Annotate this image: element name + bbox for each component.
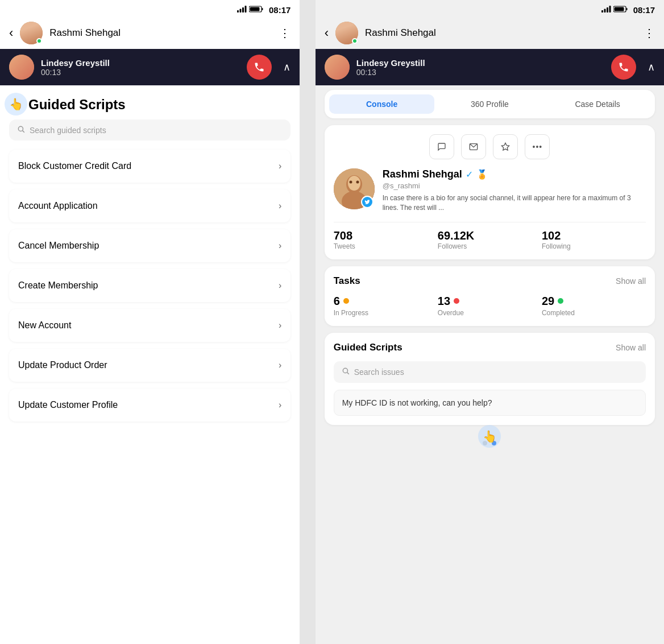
profile-action-icons: •••	[334, 134, 646, 159]
right-battery-icon	[613, 5, 628, 15]
tasks-card: Tasks Show all 6 In Progress 13 Overd	[325, 266, 655, 326]
left-caller-avatar	[9, 55, 34, 80]
tab-console[interactable]: Console	[329, 94, 435, 114]
tab-360-profile[interactable]: 360 Profile	[437, 94, 542, 114]
profile-name-row: Rashmi Shehgal ✓ 🏅	[383, 168, 646, 180]
left-script-list: Block Customer Credit Card › Account App…	[0, 150, 300, 422]
task-completed-row: 29	[542, 295, 646, 308]
left-caller-info: Lindesy Greystill 00:13	[41, 58, 240, 77]
script-item-create-membership[interactable]: Create Membership ›	[9, 269, 290, 302]
left-status-bar: 08:17	[0, 0, 300, 17]
followers-label: Followers	[438, 242, 542, 250]
script-item-label: Create Membership	[18, 280, 98, 291]
svg-line-8	[23, 131, 24, 133]
svg-rect-11	[607, 7, 608, 13]
tasks-show-all[interactable]: Show all	[616, 276, 646, 286]
tasks-row: 6 In Progress 13 Overdue 29	[334, 295, 646, 317]
right-scripts-search[interactable]: Search issues	[334, 361, 646, 383]
script-item-new-account[interactable]: New Account ›	[9, 309, 290, 342]
right-time: 08:17	[633, 5, 655, 15]
following-label: Following	[542, 242, 646, 250]
svg-rect-5	[262, 8, 263, 10]
right-call-timer: 00:13	[356, 68, 604, 77]
script-item-update-product-order[interactable]: Update Product Order ›	[9, 349, 290, 382]
right-caller-info: Lindesy Greystill 00:13	[356, 58, 604, 77]
script-item-account-application[interactable]: Account Application ›	[9, 189, 290, 222]
overdue-label: Overdue	[438, 309, 542, 317]
script-item-label: Cancel Membership	[18, 241, 99, 251]
right-end-call-button[interactable]	[611, 55, 636, 80]
svg-line-24	[347, 372, 348, 374]
left-online-indicator	[36, 38, 42, 44]
twitter-badge	[361, 196, 374, 208]
left-page-title: Guided Scripts	[28, 97, 126, 113]
chevron-right-icon: ›	[279, 280, 281, 291]
svg-rect-10	[604, 9, 605, 13]
chevron-right-icon: ›	[279, 161, 281, 171]
trophy-badge: 🏅	[476, 169, 488, 180]
pin-action-button[interactable]	[493, 134, 518, 159]
left-contact-name: Rashmi Shehgal	[49, 27, 272, 39]
right-caller-name: Lindesy Greystill	[356, 58, 604, 68]
following-count: 102	[542, 229, 646, 242]
script-item-label: Account Application	[18, 201, 98, 211]
script-item-cancel-membership[interactable]: Cancel Membership ›	[9, 229, 290, 262]
stat-following: 102 Following	[542, 229, 646, 250]
guided-scripts-show-all[interactable]: Show all	[616, 343, 646, 352]
svg-rect-6	[250, 7, 259, 11]
chevron-right-icon: ›	[279, 320, 281, 331]
svg-rect-12	[609, 6, 611, 13]
script-suggestion[interactable]: My HDFC ID is not working, can you help?	[334, 390, 646, 416]
profile-info-row: Rashmi Shehgal ✓ 🏅 @s_rashmi In case the…	[334, 168, 646, 213]
task-overdue-row: 13	[438, 295, 542, 308]
tab-case-details[interactable]: Case Details	[545, 94, 650, 114]
right-search-placeholder: Search issues	[354, 368, 404, 377]
script-item-label: Update Customer Profile	[18, 400, 118, 410]
message-action-button[interactable]	[429, 134, 454, 159]
profile-avatar-wrap	[334, 168, 375, 209]
bottom-area: 👆	[316, 432, 664, 450]
more-action-button[interactable]: •••	[525, 134, 550, 159]
stat-followers: 69.12K Followers	[438, 229, 542, 250]
stat-tweets: 708 Tweets	[334, 229, 438, 250]
right-more-button[interactable]: ⋮	[644, 26, 655, 40]
right-contact-avatar	[335, 22, 358, 44]
tabs-container: Console 360 Profile Case Details	[325, 90, 655, 118]
left-phone-screen: 08:17 ‹ Rashmi Shehgal ⋮ Lindesy Greysti…	[0, 0, 300, 644]
script-item-update-customer-profile[interactable]: Update Customer Profile ›	[9, 389, 290, 422]
left-back-button[interactable]: ‹	[9, 26, 13, 40]
left-call-banner: Lindesy Greystill 00:13 ∧	[0, 49, 300, 85]
left-page-back-button[interactable]: ←	[9, 97, 22, 112]
svg-rect-14	[626, 8, 627, 10]
tweets-label: Tweets	[334, 242, 438, 250]
right-phone-screen: 08:17 ‹ Rashmi Shehgal ⋮ Lindesy Greysti…	[316, 0, 664, 644]
svg-point-22	[356, 181, 359, 184]
task-in-progress: 6 In Progress	[334, 295, 438, 317]
left-more-button[interactable]: ⋮	[279, 26, 290, 40]
right-contact-name: Rashmi Shehgal	[365, 27, 637, 39]
right-cursor-hand: 👆	[478, 425, 501, 448]
task-overdue: 13 Overdue	[438, 295, 542, 317]
right-online-indicator	[352, 38, 358, 44]
profile-handle: @s_rashmi	[383, 181, 646, 190]
email-action-button[interactable]	[461, 134, 486, 159]
left-expand-button[interactable]: ∧	[283, 61, 290, 73]
script-item-label: New Account	[18, 320, 71, 331]
right-status-icons: 08:17	[601, 5, 655, 15]
right-top-nav: ‹ Rashmi Shehgal ⋮	[316, 17, 664, 49]
left-end-call-button[interactable]	[247, 55, 272, 80]
in-progress-count: 6	[334, 295, 340, 308]
followers-count: 69.12K	[438, 229, 542, 242]
script-item-label: Update Product Order	[18, 360, 107, 370]
right-call-banner: Lindesy Greystill 00:13 ∧	[316, 49, 664, 85]
battery-icon	[249, 5, 263, 15]
signal-icon	[237, 5, 247, 15]
left-search-bar[interactable]: Search guided scripts	[9, 119, 290, 141]
left-call-timer: 00:13	[41, 68, 240, 77]
script-item-block-credit-card[interactable]: Block Customer Credit Card ›	[9, 150, 290, 183]
svg-rect-9	[601, 10, 603, 13]
right-signal-icon	[601, 5, 611, 15]
right-back-button[interactable]: ‹	[325, 26, 329, 40]
right-expand-button[interactable]: ∧	[648, 61, 655, 73]
completed-label: Completed	[542, 309, 646, 317]
